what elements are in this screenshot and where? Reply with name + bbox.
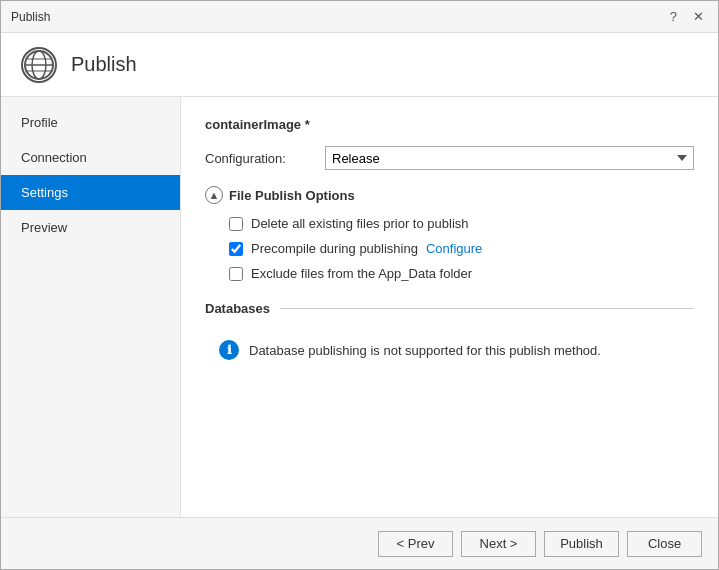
checkbox-delete-files[interactable]: [229, 217, 243, 231]
title-bar-left: Publish: [11, 10, 50, 24]
globe-icon: [21, 47, 57, 83]
dialog-body: Profile Connection Settings Preview cont…: [1, 97, 718, 517]
configuration-row: Configuration: Release Debug: [205, 146, 694, 170]
dialog-footer: < Prev Next > Publish Close: [1, 517, 718, 569]
databases-divider: [280, 308, 694, 309]
checkbox-precompile-label: Precompile during publishing: [251, 241, 418, 256]
close-button[interactable]: Close: [627, 531, 702, 557]
databases-label: Databases: [205, 301, 270, 316]
next-button[interactable]: Next >: [461, 531, 536, 557]
checkbox-exclude-app-data[interactable]: [229, 267, 243, 281]
checkbox-delete-files-label: Delete all existing files prior to publi…: [251, 216, 469, 231]
section-title: containerImage *: [205, 117, 694, 132]
file-publish-options-title: File Publish Options: [229, 188, 355, 203]
configure-link[interactable]: Configure: [426, 241, 482, 256]
title-bar: Publish ? ✕: [1, 1, 718, 33]
file-publish-options-header[interactable]: ▲ File Publish Options: [205, 186, 694, 204]
info-box: ℹ Database publishing is not supported f…: [205, 330, 694, 370]
dialog-header-title: Publish: [71, 53, 137, 76]
databases-header: Databases: [205, 301, 694, 316]
sidebar: Profile Connection Settings Preview: [1, 97, 181, 517]
collapse-icon: ▲: [205, 186, 223, 204]
sidebar-item-preview[interactable]: Preview: [1, 210, 180, 245]
sidebar-item-profile[interactable]: Profile: [1, 105, 180, 140]
databases-section: Databases ℹ Database publishing is not s…: [205, 301, 694, 370]
checkbox-precompile-row: Precompile during publishing Configure: [205, 241, 694, 256]
dialog-header: Publish: [1, 33, 718, 97]
publish-button[interactable]: Publish: [544, 531, 619, 557]
title-bar-right: ? ✕: [666, 9, 708, 24]
sidebar-item-settings[interactable]: Settings: [1, 175, 180, 210]
info-icon: ℹ: [219, 340, 239, 360]
help-button[interactable]: ?: [666, 9, 681, 24]
title-bar-label: Publish: [11, 10, 50, 24]
config-label: Configuration:: [205, 151, 315, 166]
checkbox-precompile[interactable]: [229, 242, 243, 256]
publish-dialog: Publish ? ✕ Publish Profile Conn: [0, 0, 719, 570]
configuration-select[interactable]: Release Debug: [325, 146, 694, 170]
sidebar-item-connection[interactable]: Connection: [1, 140, 180, 175]
checkbox-exclude-app-data-row: Exclude files from the App_Data folder: [205, 266, 694, 281]
checkbox-exclude-app-data-label: Exclude files from the App_Data folder: [251, 266, 472, 281]
window-close-button[interactable]: ✕: [689, 9, 708, 24]
main-content: containerImage * Configuration: Release …: [181, 97, 718, 517]
checkbox-delete-files-row: Delete all existing files prior to publi…: [205, 216, 694, 231]
prev-button[interactable]: < Prev: [378, 531, 453, 557]
info-text: Database publishing is not supported for…: [249, 343, 601, 358]
